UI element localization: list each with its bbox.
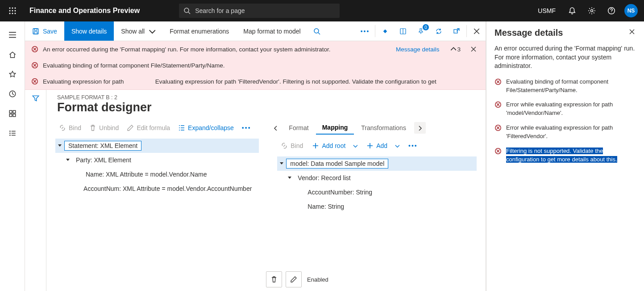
error-expand[interactable]: 3 [447,46,463,53]
error-icon [494,101,502,118]
search-action[interactable] [308,21,326,41]
node-label: AccountNumber: String [304,188,376,197]
error-banner: An error occurred during the 'Format map… [25,41,486,90]
refresh-button[interactable] [430,21,448,41]
chevron-left-icon [273,125,278,131]
save-icon [32,28,39,35]
caret-icon [279,161,284,166]
filter-column[interactable] [25,90,46,291]
chevron-up-icon [450,46,456,52]
diamond-icon [382,28,389,35]
error-text-1: An error occurred during the 'Format map… [43,46,388,53]
attachments-count: 0 [423,24,429,30]
tree-node-statement[interactable]: Statement: XML Element [55,139,259,153]
expand-label: Expand/collapse [188,124,234,131]
office-button[interactable] [394,21,412,41]
nav-favorites[interactable] [0,64,25,84]
caret-icon [58,143,62,148]
tab-prev[interactable] [270,122,282,134]
tree-node-vendor[interactable]: Vendor: Record list [277,171,477,185]
nav-home[interactable] [0,45,25,64]
message-details-link[interactable]: Message details [392,46,443,53]
model-tree: model: Data model Sample model Vendor: R… [268,155,486,215]
app-launcher[interactable] [4,0,21,21]
attachments-button[interactable]: 0 [412,21,430,41]
edit-button[interactable] [286,271,302,287]
edit-label: Edit formula [137,124,170,131]
unbind-label: Unbind [99,124,119,131]
panel-item-selected[interactable]: Filtering is not supported. Validate the… [494,144,636,167]
tab-next[interactable] [414,122,426,134]
clock-icon [8,90,17,98]
panel-item[interactable]: Error while evaluating expression for pa… [494,98,636,120]
show-all-button[interactable]: Show all [114,21,162,41]
tree-node-name2[interactable]: Name: String [277,199,477,214]
panel-summary: An error occurred during the 'Format map… [494,44,636,71]
search-input[interactable]: Search for a page [179,4,340,18]
expand-collapse-button[interactable]: Expand/collapse [175,122,237,133]
add-root-button[interactable]: Add root [308,140,361,151]
tree-node-model[interactable]: model: Data model Sample model [277,156,477,171]
nav-workspaces[interactable] [0,104,25,123]
tab-format[interactable]: Format [283,122,315,134]
more-actions[interactable]: ••• [356,21,374,41]
tab-transformations[interactable]: Transformations [355,122,412,134]
save-button[interactable]: Save [25,21,64,41]
panel-item[interactable]: Evaluating binding of format component F… [494,75,636,97]
tree-node-name[interactable]: Name: XML Attribute = model.Vendor.Name [55,167,259,181]
panel-item-text: Error while evaluating expression for pa… [506,101,636,118]
list-icon [8,129,17,137]
error-text-2: Evaluating binding of format component F… [43,62,479,69]
popout-icon [453,28,460,35]
add-button[interactable]: Add [363,140,403,151]
error-text-3a: Evaluating expression for path [43,78,124,85]
error-icon [494,124,502,141]
add-root-label: Add root [322,142,345,149]
nav-menu[interactable] [0,25,25,45]
company-code[interactable]: USMF [532,7,562,14]
notifications-button[interactable] [563,0,582,21]
trash-icon [89,124,96,131]
tab-mapping[interactable]: Mapping [316,121,354,135]
avatar[interactable]: NS [624,4,638,17]
book-icon [399,28,407,35]
help-button[interactable] [602,0,621,21]
bind-button[interactable]: Bind [55,122,85,133]
popout-button[interactable] [448,21,465,41]
node-label: Vendor: Record list [294,173,354,182]
node-label: AccountNum: XML Attribute = model.Vendor… [80,184,255,193]
tree-node-accountnumber[interactable]: AccountNumber: String [277,185,477,199]
tree-node-accountnum[interactable]: AccountNum: XML Attribute = model.Vendor… [55,181,259,196]
delete-button[interactable] [266,271,282,287]
nav-recent[interactable] [0,84,25,104]
close-page-button[interactable] [468,21,486,41]
unbind-button[interactable]: Unbind [86,122,122,133]
format-enumerations-button[interactable]: Format enumerations [162,21,236,41]
more-right[interactable]: ••• [405,140,421,151]
caret-icon [66,158,70,162]
hamburger-icon [8,31,17,39]
app-title: Finance and Operations Preview [21,7,148,15]
copilot-button[interactable] [376,21,394,41]
close-icon [629,29,635,35]
panel-close[interactable] [628,28,636,36]
error-icon [31,46,38,53]
home-icon [8,51,17,59]
panel-item[interactable]: Error while evaluating expression for pa… [494,121,636,143]
link-icon [281,142,288,149]
show-details-button[interactable]: Show details [64,21,114,41]
caret-icon [287,176,292,180]
edit-formula-button[interactable]: Edit formula [123,122,174,133]
bind-button-right[interactable]: Bind [277,140,307,151]
settings-button[interactable] [582,0,601,21]
error-close[interactable] [468,46,479,52]
tree-node-party[interactable]: Party: XML Element [55,153,259,167]
more-left[interactable]: ••• [238,122,255,133]
node-label: Party: XML Element [72,156,135,164]
add-label: Add [376,142,387,149]
map-format-button[interactable]: Map format to model [236,21,307,41]
enabled-label: Enabled [305,276,328,283]
nav-modules[interactable] [0,123,25,143]
refresh-icon [435,28,442,35]
plus-icon [312,142,319,149]
